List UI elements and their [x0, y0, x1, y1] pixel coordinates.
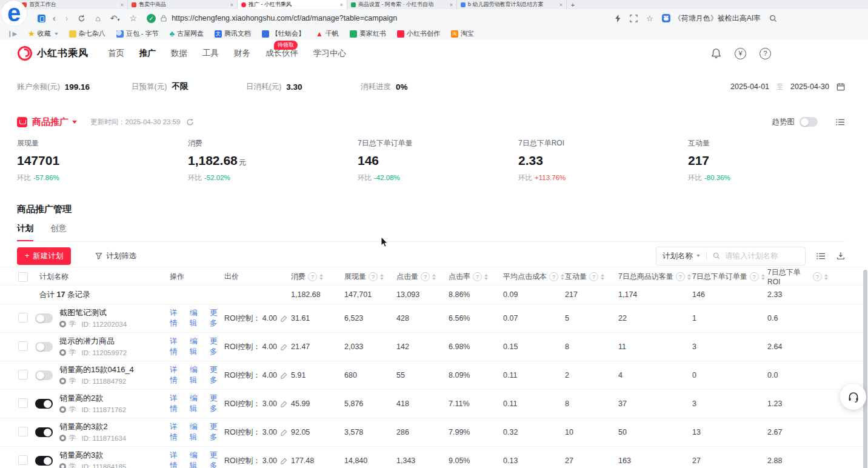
- bookmark-item[interactable]: 【牡蛎会】: [262, 29, 305, 38]
- history-icon[interactable]: ↶▾: [110, 14, 120, 22]
- plan-name[interactable]: 提示的潜力商品: [59, 336, 127, 346]
- col-7d-orders[interactable]: 7日总下单订单量?: [692, 272, 767, 282]
- edit-pencil-icon[interactable]: [281, 372, 287, 379]
- edit-link[interactable]: 编辑: [190, 393, 204, 414]
- refresh-data-icon[interactable]: [186, 118, 194, 126]
- detail-link[interactable]: 详情: [170, 336, 184, 357]
- more-link[interactable]: 更多: [210, 365, 224, 386]
- row-checkbox[interactable]: [18, 427, 28, 436]
- bookmark-star-icon[interactable]: ☆: [646, 14, 653, 23]
- browser-tab[interactable]: 首页工作台×: [18, 0, 128, 9]
- more-link[interactable]: 更多: [210, 422, 224, 443]
- nav-data[interactable]: 数据: [171, 48, 187, 59]
- bell-icon[interactable]: [711, 48, 721, 59]
- detail-link[interactable]: 详情: [170, 308, 184, 329]
- row-toggle[interactable]: [35, 427, 53, 437]
- row-checkbox[interactable]: [18, 341, 28, 351]
- row-checkbox[interactable]: [18, 370, 28, 379]
- sort-icon[interactable]: [432, 274, 436, 280]
- edit-link[interactable]: 编辑: [190, 365, 204, 386]
- help-icon[interactable]: ?: [308, 272, 317, 281]
- brand[interactable]: 小红书乘风: [17, 45, 88, 61]
- new-tab-button[interactable]: +: [567, 0, 579, 9]
- col-7d-roi[interactable]: 7日总下单ROI?: [767, 267, 828, 286]
- help-icon[interactable]: ?: [760, 48, 771, 59]
- row-toggle[interactable]: [35, 399, 53, 409]
- url-text[interactable]: https://chengfeng.xiaohongshu.com/cf/ad/…: [172, 14, 397, 22]
- edit-pencil-icon[interactable]: [281, 401, 287, 407]
- download-icon[interactable]: [836, 252, 845, 260]
- customer-service-button[interactable]: [840, 384, 866, 410]
- tab-plan[interactable]: 计划: [17, 223, 33, 241]
- nav-finance[interactable]: 财务: [234, 48, 250, 59]
- nav-growth-partner[interactable]: 成长伙伴待领取: [265, 48, 298, 59]
- nav-home[interactable]: 首页: [108, 48, 124, 59]
- column-config-icon[interactable]: [816, 252, 826, 260]
- nav-learning-center[interactable]: 学习中心: [313, 48, 346, 59]
- bookmark-item[interactable]: 要家红书: [350, 29, 386, 38]
- tab-close-icon[interactable]: ×: [559, 2, 563, 8]
- row-toggle[interactable]: [35, 342, 53, 352]
- date-range-picker[interactable]: 2025-04-01 至 2025-04-30: [730, 82, 868, 92]
- browser-logo-icon[interactable]: e: [1, 1, 27, 26]
- sort-icon[interactable]: [561, 274, 564, 280]
- nav-tools[interactable]: 工具: [202, 48, 219, 59]
- browser-tab[interactable]: 售卖中商品×: [128, 0, 238, 9]
- date-start[interactable]: 2025-04-01: [730, 82, 769, 91]
- edit-link[interactable]: 编辑: [190, 450, 204, 468]
- home-icon[interactable]: ⌂: [95, 14, 100, 22]
- nav-promotion[interactable]: 推广: [139, 48, 156, 59]
- name-filter-dropdown[interactable]: 计划名称: [663, 251, 693, 261]
- bookmark-item[interactable]: ▲千帆: [316, 29, 339, 38]
- edit-pencil-icon[interactable]: [281, 344, 287, 350]
- col-cpc[interactable]: 平均点击成本?: [503, 272, 565, 282]
- security-shield-icon[interactable]: ✓: [147, 14, 156, 23]
- back-icon[interactable]: ‹: [53, 14, 56, 22]
- more-link[interactable]: 更多: [210, 308, 224, 329]
- row-checkbox[interactable]: [18, 398, 28, 408]
- browser-tab-active[interactable]: 推广 - 小红书乘风×: [238, 0, 347, 9]
- col-7d-visitors[interactable]: 7日总商品访客量?: [618, 272, 692, 282]
- bookmark-item[interactable]: 杂七杂八: [69, 29, 105, 38]
- sort-icon[interactable]: [824, 274, 828, 280]
- col-impressions[interactable]: 展现量?: [344, 272, 396, 282]
- sort-icon[interactable]: [687, 274, 691, 280]
- detail-link[interactable]: 详情: [170, 365, 184, 386]
- browser-tab[interactable]: 商品设置 - 阿奇索 · 小红书自动×: [347, 0, 457, 9]
- sort-icon[interactable]: [761, 274, 765, 280]
- screenshot-icon[interactable]: [630, 15, 638, 22]
- plan-name[interactable]: 销量高的15款0416_4: [59, 365, 134, 375]
- help-icon[interactable]: ?: [750, 272, 759, 281]
- bookmark-item[interactable]: ♣古屋网盘: [170, 29, 204, 38]
- browser-notice[interactable]: 《荷塘月色》被检出高AI率: [662, 13, 761, 24]
- favorites-icon[interactable]: ☆: [130, 14, 138, 22]
- tab-close-icon[interactable]: ×: [230, 2, 233, 8]
- edit-link[interactable]: 编辑: [190, 336, 204, 357]
- row-toggle[interactable]: [35, 456, 53, 466]
- row-checkbox[interactable]: [18, 455, 28, 465]
- help-icon[interactable]: ?: [421, 272, 430, 281]
- edit-pencil-icon[interactable]: [281, 429, 287, 436]
- help-icon[interactable]: ?: [473, 272, 482, 281]
- promo-title[interactable]: 商品推广: [32, 116, 68, 128]
- plan-name[interactable]: 销量高的2款: [59, 393, 126, 403]
- edit-pencil-icon[interactable]: [281, 315, 287, 322]
- row-toggle[interactable]: [35, 370, 53, 380]
- tab-close-icon[interactable]: ×: [450, 2, 453, 8]
- col-ctr[interactable]: 点击率?: [449, 272, 503, 282]
- sort-icon[interactable]: [380, 274, 384, 280]
- refresh-icon[interactable]: [78, 15, 85, 22]
- help-icon[interactable]: ?: [549, 272, 558, 281]
- more-link[interactable]: 更多: [210, 450, 224, 468]
- col-clicks[interactable]: 点击量?: [396, 272, 449, 282]
- qr-login-icon[interactable]: [38, 15, 45, 22]
- new-plan-button[interactable]: +新建计划: [17, 247, 71, 265]
- detail-link[interactable]: 详情: [170, 393, 184, 414]
- chevron-down-icon[interactable]: [72, 121, 77, 124]
- plan-name[interactable]: 销量高的3款: [59, 450, 126, 460]
- bookmark-item[interactable]: 豆包 - 字节: [116, 29, 159, 38]
- date-end[interactable]: 2025-04-30: [790, 82, 829, 91]
- forward-icon[interactable]: ›: [65, 14, 68, 22]
- tab-creative[interactable]: 创意: [50, 223, 67, 241]
- bookmark-item[interactable]: ★收藏: [28, 29, 58, 38]
